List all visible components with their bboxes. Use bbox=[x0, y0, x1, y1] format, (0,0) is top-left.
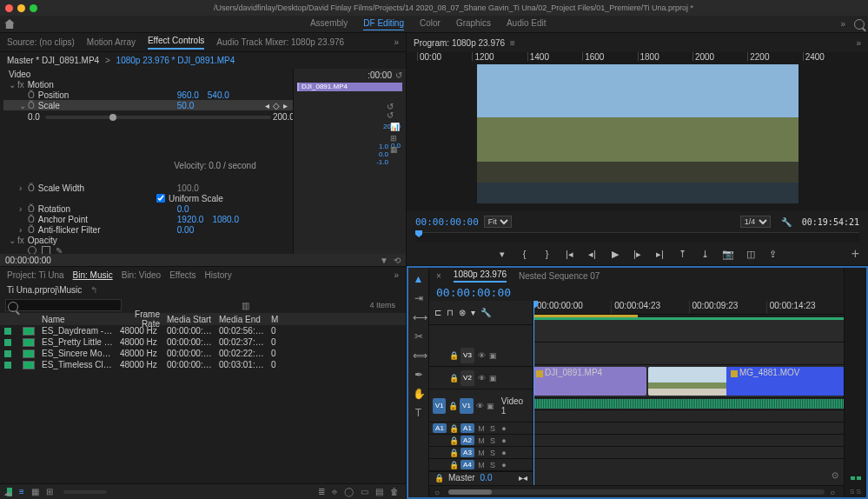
selection-tool-icon[interactable]: ▲ bbox=[413, 273, 425, 285]
scale-slider[interactable] bbox=[45, 116, 271, 119]
scale-keyframe-graph[interactable]: 200.0 0.0 1.0 0.0 -1.0 📊 ⊞ ▦ bbox=[299, 123, 401, 166]
lock-icon[interactable]: 🔒 bbox=[449, 351, 458, 360]
chevron-icon[interactable]: ▸◂ bbox=[519, 473, 527, 482]
breadcrumb[interactable]: Ti Una.prproj\Music bbox=[7, 285, 82, 295]
motion-effect-label[interactable]: Motion bbox=[28, 80, 167, 90]
disclosure-icon[interactable]: › bbox=[19, 225, 26, 235]
export-frame-icon[interactable]: 📷 bbox=[722, 248, 734, 260]
tab-source[interactable]: Source: (no clips) bbox=[7, 37, 75, 47]
track-a4-lane[interactable] bbox=[533, 435, 844, 447]
tab-program[interactable]: Program: 1080p 23.976 bbox=[414, 38, 505, 48]
sort-icon[interactable]: ≣ bbox=[318, 487, 325, 496]
stopwatch-icon[interactable]: Ŏ bbox=[28, 101, 35, 110]
settings-icon[interactable]: 🔧 bbox=[480, 308, 491, 317]
effect-timecode[interactable]: 00:00:00:00 bbox=[5, 256, 51, 265]
step-back-icon[interactable]: ◂| bbox=[586, 248, 599, 260]
table-row[interactable]: ES_Sincere Moment - Airae. 48000 Hz 00:0… bbox=[0, 348, 406, 359]
table-row[interactable]: ES_Pretty Little Moments - 48000 Hz 00:0… bbox=[0, 336, 406, 348]
tab-project[interactable]: Project: Ti Una bbox=[7, 270, 64, 280]
track-header-a2[interactable]: 🔒A2MS● bbox=[429, 435, 533, 447]
opacity-label[interactable]: Opacity bbox=[28, 236, 167, 245]
list-view-icon[interactable]: ≡ bbox=[19, 487, 24, 496]
hand-tool-icon[interactable]: ✋ bbox=[413, 388, 425, 400]
flicker-value[interactable]: 0.00 bbox=[177, 225, 194, 235]
mask-pen-icon[interactable]: ✎ bbox=[56, 246, 63, 255]
find-icon[interactable]: ◯ bbox=[344, 487, 354, 496]
lock-icon[interactable]: 🔒 bbox=[449, 424, 458, 433]
snap-icon[interactable]: ⊓ bbox=[447, 308, 454, 317]
workspace-graphics[interactable]: Graphics bbox=[456, 18, 491, 30]
kf-reset-icon[interactable]: ↺ bbox=[387, 110, 394, 120]
stopwatch-icon[interactable]: Ŏ bbox=[28, 183, 35, 193]
toggle-output-icon[interactable]: 👁 bbox=[477, 374, 486, 383]
tab-effects[interactable]: Effects bbox=[169, 270, 195, 280]
graph-tool-icon[interactable]: 📊 bbox=[390, 123, 399, 131]
workspace-assembly[interactable]: Assembly bbox=[310, 18, 348, 30]
mask-rect-icon[interactable] bbox=[42, 246, 50, 254]
settings-icon[interactable]: 🔧 bbox=[781, 217, 792, 227]
toggle-output-icon[interactable]: 👁 bbox=[476, 402, 485, 410]
col-more[interactable]: M bbox=[268, 315, 276, 324]
close-icon[interactable] bbox=[5, 4, 13, 12]
track-target[interactable]: V1 bbox=[460, 398, 473, 414]
sync-status-icon[interactable]: ☁ bbox=[3, 488, 12, 497]
resolution-select[interactable]: 1/4 bbox=[740, 216, 771, 228]
track-v3-lane[interactable] bbox=[533, 320, 844, 343]
master-track-header[interactable]: 🔒Master0.0▸◂ bbox=[429, 471, 533, 483]
minimize-icon[interactable] bbox=[17, 4, 25, 12]
track-target[interactable]: A2 bbox=[461, 436, 474, 445]
mark-out-icon[interactable]: } bbox=[541, 248, 553, 260]
add-marker-icon[interactable]: ▾ bbox=[496, 248, 508, 260]
panel-menu-icon[interactable]: ≡ bbox=[510, 38, 515, 48]
pen-tool-icon[interactable]: ✒ bbox=[413, 369, 425, 381]
disclosure-icon[interactable]: › bbox=[19, 183, 26, 193]
ripple-tool-icon[interactable]: ⟷ bbox=[413, 311, 425, 323]
track-header-v2[interactable]: 🔒V2👁▣ bbox=[429, 367, 533, 389]
go-to-in-icon[interactable]: |◂ bbox=[564, 248, 576, 260]
fx-badge-icon[interactable]: fx bbox=[17, 80, 24, 90]
track-header-a4[interactable]: 🔒A4MS● bbox=[429, 459, 533, 471]
tab-bin-video[interactable]: Bin: Video bbox=[122, 270, 161, 280]
solo-icon[interactable]: S bbox=[488, 424, 497, 433]
panel-menu-icon[interactable]: » bbox=[394, 270, 399, 280]
go-to-out-icon[interactable]: ▸| bbox=[654, 248, 666, 260]
label-color-icon[interactable] bbox=[4, 328, 11, 335]
track-a1-lane[interactable] bbox=[533, 398, 844, 410]
voice-over-icon[interactable]: ● bbox=[500, 449, 508, 457]
lock-icon[interactable]: 🔒 bbox=[449, 436, 458, 445]
time-ruler[interactable]: 00:00:00:0000:00:04:2300:00:09:2300:00:1… bbox=[533, 301, 844, 315]
search-icon[interactable] bbox=[854, 19, 865, 30]
track-target[interactable]: A3 bbox=[461, 448, 474, 457]
track-target[interactable]: A1 bbox=[461, 423, 474, 433]
lock-icon[interactable]: × bbox=[436, 271, 441, 281]
zoom-out-icon[interactable]: ○ bbox=[434, 488, 443, 496]
tab-motion-array[interactable]: Motion Array bbox=[87, 37, 136, 47]
window-controls[interactable] bbox=[5, 4, 37, 12]
source-patch[interactable]: A1 bbox=[433, 423, 447, 433]
label-color-icon[interactable] bbox=[4, 350, 11, 357]
mute-icon[interactable]: M bbox=[477, 436, 486, 445]
sync-lock-icon[interactable]: ▣ bbox=[488, 351, 497, 360]
track-header-v3[interactable]: 🔒V3👁▣ bbox=[429, 344, 533, 367]
prev-keyframe-icon[interactable]: ◂ bbox=[265, 101, 269, 110]
tab-nested-seq[interactable]: Nested Sequence 07 bbox=[519, 271, 600, 281]
master-lane[interactable] bbox=[533, 447, 844, 459]
next-keyframe-icon[interactable]: ▸ bbox=[283, 101, 288, 110]
disclosure-icon[interactable]: ⌄ bbox=[19, 101, 26, 110]
slip-tool-icon[interactable]: ⟺ bbox=[413, 349, 425, 362]
kf-reset-icon[interactable]: ↺ bbox=[395, 70, 402, 80]
clip-dji-0891[interactable]: DJI_0891.MP4 bbox=[533, 367, 646, 396]
playhead[interactable] bbox=[533, 301, 534, 485]
tab-audio-track-mixer[interactable]: Audio Track Mixer: 1080p 23.976 bbox=[216, 37, 344, 47]
zoom-slider[interactable] bbox=[63, 490, 107, 494]
sequence-link[interactable]: 1080p 23.976 * DJI_0891.MP4 bbox=[116, 56, 235, 65]
voice-over-icon[interactable]: ● bbox=[500, 424, 508, 433]
loop-icon[interactable]: ⟲ bbox=[394, 256, 401, 265]
mark-in-icon[interactable]: { bbox=[519, 248, 531, 260]
clip-mg-4881[interactable]: MG_4881.MOV bbox=[648, 367, 844, 396]
col-media-start[interactable]: Media Start bbox=[163, 315, 215, 324]
icon-view-icon[interactable]: ▦ bbox=[31, 487, 39, 496]
track-a3-lane[interactable] bbox=[533, 422, 844, 435]
voice-over-icon[interactable]: ● bbox=[500, 436, 508, 445]
horizontal-scrollbar[interactable] bbox=[448, 489, 825, 495]
